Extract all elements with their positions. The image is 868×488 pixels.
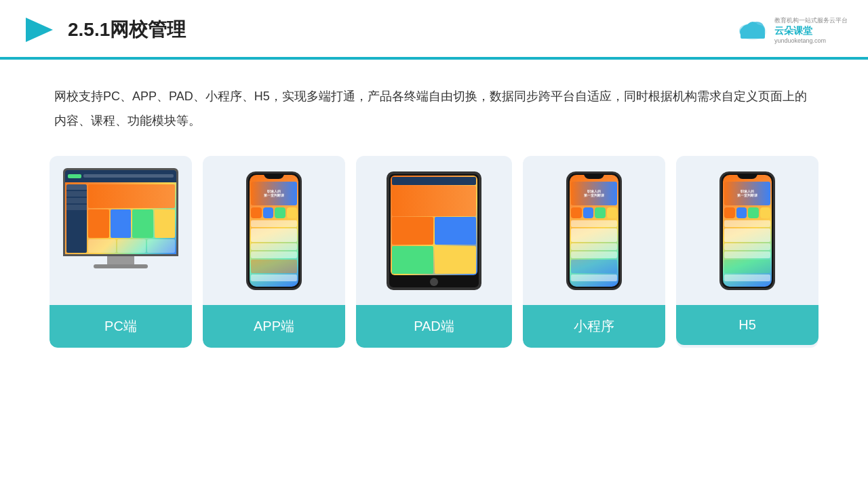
phone-miniapp-mockup: 职途人的第一堂判断课 — [566, 171, 622, 290]
card-app-label: APP端 — [203, 305, 345, 348]
card-pad-image — [356, 156, 512, 305]
cloud-brand-icon — [735, 17, 770, 43]
pc-monitor — [63, 168, 178, 293]
description-text: 网校支持PC、APP、PAD、小程序、H5，实现多端打通，产品各终端自由切换，数… — [0, 60, 868, 149]
brand-name: 云朵课堂 — [774, 25, 848, 37]
card-pc-label: PC端 — [50, 305, 192, 348]
card-miniapp: 职途人的第一堂判断课 — [523, 156, 665, 348]
card-miniapp-image: 职途人的第一堂判断课 — [523, 156, 665, 305]
card-h5: 职途人的第一堂判断课 — [676, 156, 818, 348]
header: 2.5.1网校管理 教育机构一站式服务云平台 云朵课堂 — [0, 0, 868, 58]
phone-h5-mockup: 职途人的第一堂判断课 — [719, 171, 775, 290]
tablet-mockup — [387, 171, 481, 290]
brand-logo: 教育机构一站式服务云平台 云朵课堂 yunduoketang.com — [735, 16, 848, 44]
card-app: 职途人的第一堂判断课 — [203, 156, 345, 348]
logo-icon — [20, 12, 56, 47]
card-pad-label: PAD端 — [356, 305, 512, 348]
card-h5-image: 职途人的第一堂判断课 — [676, 156, 818, 305]
page-title: 2.5.1网校管理 — [68, 17, 186, 43]
brand-text: 教育机构一站式服务云平台 云朵课堂 yunduoketang.com — [774, 16, 848, 44]
card-app-image: 职途人的第一堂判断课 — [203, 156, 345, 305]
brand-tagline: 教育机构一站式服务云平台 — [774, 16, 848, 25]
svg-marker-0 — [26, 18, 53, 42]
header-right: 教育机构一站式服务云平台 云朵课堂 yunduoketang.com — [735, 16, 848, 44]
card-miniapp-label: 小程序 — [523, 305, 665, 348]
svg-rect-11 — [741, 32, 765, 39]
cards-container: PC端 职途人的第一堂判断课 — [0, 149, 868, 368]
card-pc: PC端 — [50, 156, 192, 348]
card-h5-label: H5 — [676, 305, 818, 345]
brand-url: yunduoketang.com — [774, 37, 848, 44]
phone-app-mockup: 职途人的第一堂判断课 — [246, 171, 302, 290]
card-pc-image — [50, 156, 192, 305]
header-left: 2.5.1网校管理 — [20, 12, 186, 47]
card-pad: PAD端 — [356, 156, 512, 348]
